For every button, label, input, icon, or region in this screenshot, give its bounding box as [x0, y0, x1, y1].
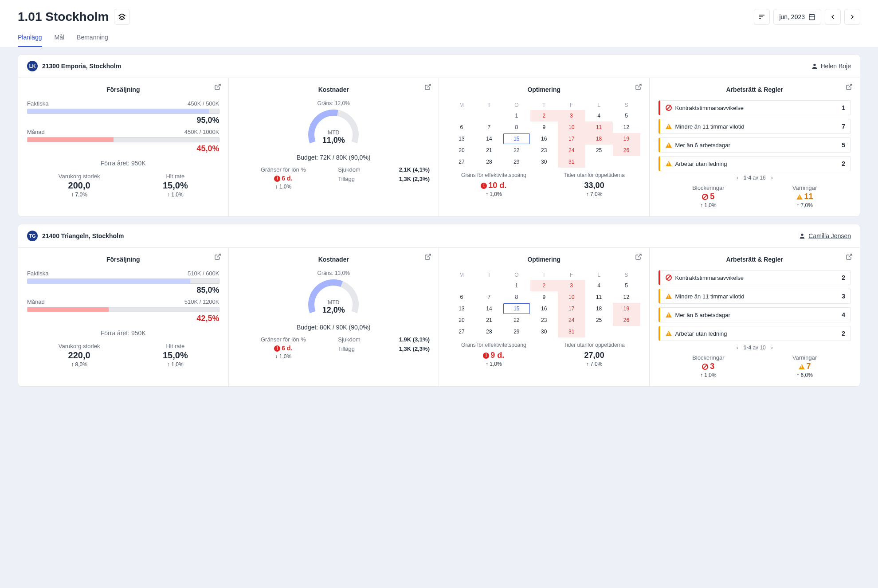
calendar-day[interactable]: 6: [448, 122, 475, 133]
calendar-day[interactable]: 12: [613, 122, 640, 133]
calendar-day[interactable]: 12: [613, 291, 640, 303]
calendar-day[interactable]: 9: [530, 291, 558, 303]
calendar-day[interactable]: 13: [448, 303, 475, 314]
rule-item[interactable]: Mer än 6 arbetsdagar 5: [658, 137, 851, 153]
calendar-day[interactable]: 8: [503, 291, 530, 303]
calendar-day[interactable]: 29: [503, 326, 530, 337]
calendar-day[interactable]: 2: [530, 280, 558, 291]
calendar-day[interactable]: 8: [503, 122, 530, 133]
calendar-day[interactable]: 14: [475, 133, 503, 145]
panel-title: Försäljning: [27, 256, 220, 263]
calendar-day[interactable]: 1: [503, 110, 530, 122]
next-month-button[interactable]: [844, 9, 860, 25]
tab-bemanning[interactable]: Bemanning: [77, 34, 108, 47]
rule-item[interactable]: Kontraktstimmarsavvikelse 1: [658, 100, 851, 115]
calendar-day[interactable]: 16: [530, 133, 558, 145]
calendar-day[interactable]: 9: [530, 122, 558, 133]
layers-icon: [118, 13, 125, 20]
calendar-day[interactable]: 25: [585, 145, 613, 156]
open-rules-icon[interactable]: [846, 253, 853, 260]
calendar-day[interactable]: 15: [503, 133, 530, 145]
calendar-day[interactable]: 5: [613, 110, 640, 122]
calendar-day[interactable]: 26: [613, 314, 640, 326]
weekday-header: T: [475, 270, 503, 280]
calendar-day[interactable]: 31: [558, 326, 585, 337]
calendar-day[interactable]: 7: [475, 122, 503, 133]
rule-item[interactable]: Arbetar utan ledning 2: [658, 156, 851, 171]
manager-link[interactable]: Helen Boje: [811, 63, 851, 70]
open-opt-icon[interactable]: [635, 83, 642, 90]
calendar-day[interactable]: 4: [585, 280, 613, 291]
tab-mal[interactable]: Mål: [55, 34, 65, 47]
calendar-day[interactable]: 14: [475, 303, 503, 314]
calendar-day[interactable]: 18: [585, 303, 613, 314]
calendar-day[interactable]: 22: [503, 314, 530, 326]
open-costs-icon[interactable]: [424, 83, 431, 90]
calendar-day[interactable]: 3: [558, 110, 585, 122]
open-opt-icon[interactable]: [635, 253, 642, 260]
svg-rect-3: [809, 15, 815, 20]
calendar-day[interactable]: 24: [558, 145, 585, 156]
calendar-day[interactable]: 15: [503, 303, 530, 314]
pager-prev[interactable]: ‹: [737, 175, 738, 181]
calendar-day[interactable]: 23: [530, 314, 558, 326]
tab-planlagg[interactable]: Planlägg: [18, 34, 42, 47]
rule-item[interactable]: Mindre än 11 timmar vilotid 7: [658, 119, 851, 134]
calendar-day[interactable]: 25: [585, 314, 613, 326]
calendar-day[interactable]: 28: [475, 326, 503, 337]
date-selector[interactable]: jun, 2023: [773, 9, 821, 25]
calendar-day[interactable]: 17: [558, 303, 585, 314]
calendar-day[interactable]: 4: [585, 110, 613, 122]
calendar-day[interactable]: 20: [448, 314, 475, 326]
calendar-day[interactable]: 29: [503, 156, 530, 168]
calendar-day[interactable]: 30: [530, 156, 558, 168]
rule-item[interactable]: Mindre än 11 timmar vilotid 3: [658, 289, 851, 304]
calendar-day[interactable]: 21: [475, 314, 503, 326]
calendar-day[interactable]: 10: [558, 122, 585, 133]
calendar-day[interactable]: 2: [530, 110, 558, 122]
calendar-day[interactable]: 7: [475, 291, 503, 303]
weekday-header: F: [558, 270, 585, 280]
calendar-day[interactable]: 26: [613, 145, 640, 156]
calendar-day[interactable]: 31: [558, 156, 585, 168]
calendar-day[interactable]: 20: [448, 145, 475, 156]
pager-next[interactable]: ›: [771, 345, 773, 351]
calendar-day[interactable]: 19: [613, 133, 640, 145]
calendar-day[interactable]: 1: [503, 280, 530, 291]
calendar-day[interactable]: 22: [503, 145, 530, 156]
calendar-day[interactable]: 27: [448, 156, 475, 168]
rule-item[interactable]: Mer än 6 arbetsdagar 4: [658, 307, 851, 322]
calendar-day[interactable]: 11: [585, 291, 613, 303]
calendar-day[interactable]: 13: [448, 133, 475, 145]
calendar-day[interactable]: 5: [613, 280, 640, 291]
prev-month-button[interactable]: [825, 9, 841, 25]
calendar-day[interactable]: 28: [475, 156, 503, 168]
calendar-day[interactable]: 10: [558, 291, 585, 303]
calendar-day[interactable]: 16: [530, 303, 558, 314]
open-sales-icon[interactable]: [214, 253, 221, 260]
open-sales-icon[interactable]: [214, 83, 221, 90]
pager-prev[interactable]: ‹: [737, 345, 738, 351]
calendar-day[interactable]: 3: [558, 280, 585, 291]
calendar-day[interactable]: 30: [530, 326, 558, 337]
calendar-day[interactable]: 19: [613, 303, 640, 314]
open-costs-icon[interactable]: [424, 253, 431, 260]
calendar-day[interactable]: 27: [448, 326, 475, 337]
calendar-day[interactable]: 6: [448, 291, 475, 303]
calendar-day[interactable]: 23: [530, 145, 558, 156]
calendar-day[interactable]: 11: [585, 122, 613, 133]
layers-button[interactable]: [114, 9, 130, 25]
calendar-day[interactable]: 18: [585, 133, 613, 145]
sort-button[interactable]: [754, 9, 770, 25]
warning-icon: [666, 142, 672, 148]
open-rules-icon[interactable]: [846, 83, 853, 90]
calendar-day[interactable]: 21: [475, 145, 503, 156]
manager-name: Helen Boje: [821, 63, 851, 70]
pager-next[interactable]: ›: [771, 175, 773, 181]
warning-icon: [666, 294, 672, 299]
calendar-day[interactable]: 17: [558, 133, 585, 145]
calendar-day[interactable]: 24: [558, 314, 585, 326]
rule-item[interactable]: Arbetar utan ledning 2: [658, 326, 851, 341]
rule-item[interactable]: Kontraktstimmarsavvikelse 2: [658, 270, 851, 285]
manager-link[interactable]: Camilla Jensen: [799, 232, 851, 239]
